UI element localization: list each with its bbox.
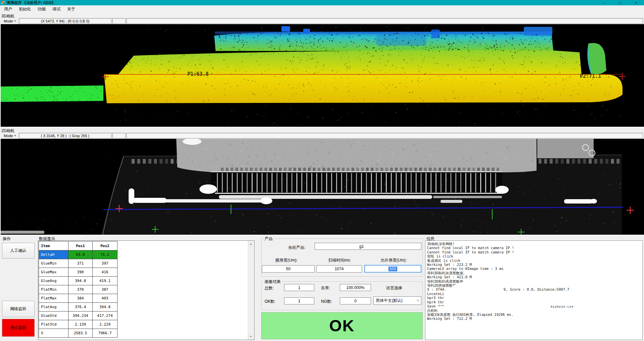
table-row-FlatMin[interactable]: FlatMin370387: [39, 285, 118, 294]
window-title: 测厚程序 【当前用户: OEM】: [7, 0, 55, 5]
table-cell-pos1: 384: [68, 294, 93, 303]
table-cell-pos1: 394.8: [68, 277, 93, 285]
mode-button-label: Mode: [4, 134, 13, 138]
chevron-down-icon: ▾: [14, 19, 16, 22]
data-table: ItemPos1Pos2DeltaH63.871.1GlueMin371397G…: [39, 241, 118, 338]
yield-input[interactable]: 100.000%: [340, 284, 371, 291]
table-cell-pos1: 63.8: [68, 250, 93, 259]
table-cell-pos1: 370: [68, 285, 93, 294]
frame-line: [0, 139, 1, 235]
table-cell-pos2: 417.274: [93, 311, 118, 320]
ok-count-input[interactable]: 1: [284, 297, 314, 304]
camera2d-toolbar-cell: [112, 133, 126, 138]
camera3d-toolbar: Mode ▾ (X 5473, Y 84) : (R 0,G 0,B 0): [0, 18, 644, 24]
scan-time-input[interactable]: 1074: [316, 265, 362, 273]
table-header-cell: Pos2: [93, 241, 118, 250]
table-row-FlatAvg[interactable]: FlatAvg376.4394.8: [39, 303, 118, 311]
camera2d-mode-button[interactable]: Mode ▾: [1, 133, 19, 138]
camera2d-viewport[interactable]: [0, 139, 644, 235]
table-cell-item: GlueMin: [39, 259, 68, 268]
table-cell-item: DeltaH: [39, 250, 68, 259]
camera3d-mode-button[interactable]: Mode ▾: [1, 18, 19, 24]
allow-thickness-input[interactable]: 500: [364, 265, 421, 273]
current-product-input[interactable]: g1: [315, 243, 421, 250]
table-cell-pos2: 394.8: [93, 303, 118, 311]
frame-line: [0, 235, 644, 235]
log-line-1: Cannot find local IF to match camera IP …: [427, 246, 641, 250]
app-icon: [1, 1, 5, 4]
language-select[interactable]: 简体中文(默认) ˅: [373, 296, 421, 305]
table-cell-item: X: [39, 329, 68, 338]
redaction-blob: [436, 306, 470, 310]
ng-count-input[interactable]: 0: [340, 297, 371, 304]
ng-count-label: NG数:: [321, 299, 332, 304]
camera2d-toolbar: Mode ▾ ( X 3145, Y 28 ) : ( Gray 255 ): [0, 133, 644, 139]
menu-item-1[interactable]: 初始化: [15, 5, 34, 13]
application-window: 测厚程序 【当前用户: OEM】 — ▢ ✕ 用户初始化功能调试关于 3D相机 …: [0, 0, 644, 341]
result-status-banner: OK: [261, 312, 423, 339]
table-cell-pos1: 390: [68, 268, 93, 277]
table-cell-item: FlatMin: [39, 285, 68, 294]
ok-count-label: OK数:: [265, 299, 276, 304]
table-cell-item: FlatStd: [39, 320, 68, 329]
window-controls: — ▢ ✕: [596, 1, 644, 5]
scroll-up-icon[interactable]: ▲: [248, 241, 254, 247]
table-cell-pos2: 2.229: [93, 320, 118, 329]
stop-listen-button[interactable]: 停止监听: [2, 319, 35, 337]
glow-blob: [495, 186, 509, 194]
manual-confirm-button[interactable]: 人工确认: [2, 243, 35, 259]
log-line-0: 3D相机没有网络!: [427, 242, 641, 246]
glue-streak: [134, 199, 265, 203]
total-input[interactable]: 1: [284, 284, 314, 291]
log-line-5: Working Set : 223.2 M: [427, 263, 641, 267]
frame-line: [0, 127, 644, 127]
pcb-tab: [537, 139, 594, 158]
mode-button-label: Mode: [4, 19, 13, 23]
menu-item-3[interactable]: 调试: [49, 5, 64, 13]
log-line-4: 集成调试 is click: [427, 259, 641, 263]
log-line-8: Working Set : 421.0 M: [427, 275, 641, 279]
film-thickness-label: 膜厚度(Um):: [259, 258, 314, 263]
pointcloud-slab: [104, 74, 623, 103]
table-row-GlueMax[interactable]: GlueMax390416: [39, 268, 118, 277]
title-bar[interactable]: 测厚程序 【当前用户: OEM】 — ▢ ✕: [0, 0, 644, 5]
menu-item-0[interactable]: 用户: [1, 5, 15, 13]
table-row-GlueAvg[interactable]: GlueAvg394.8419.1: [39, 277, 118, 285]
table-row-FlatStd[interactable]: FlatStd2.1392.229: [39, 320, 118, 329]
product-group-title: 产品: [263, 236, 274, 242]
camera3d-viewport[interactable]: P1:63.8 P2:71.1: [0, 24, 644, 127]
table-cell-item: GlueAvg: [39, 277, 68, 285]
table-cell-pos1: 371: [68, 259, 93, 268]
table-cell-item: GlueMax: [39, 268, 68, 277]
camera3d-toolbar-cell: [112, 18, 126, 24]
table-cell-pos1: 2.139: [68, 320, 93, 329]
select-chevron-icon: ˅: [415, 299, 421, 302]
table-row-DeltaH[interactable]: DeltaH63.871.1: [39, 250, 118, 259]
menu-item-2[interactable]: 功能: [34, 5, 49, 13]
scroll-down-icon[interactable]: ▼: [248, 334, 254, 339]
network-listen-button[interactable]: 网络监听: [2, 301, 35, 317]
camera2d-pixel-readout: ( X 3145, Y 28 ) : ( Gray 255 ): [19, 133, 111, 138]
camera3d-toolbar-fill: [126, 18, 643, 24]
table-cell-pos2: 419.1: [93, 277, 118, 285]
table-row-GlueMin[interactable]: GlueMin371397: [39, 259, 118, 268]
language-label: 语言选择: [386, 285, 402, 291]
table-row-FlatMax[interactable]: FlatMax384403: [39, 294, 118, 303]
2d-grayscale-render: [0, 139, 644, 235]
results-group-title: 测量结果: [263, 279, 282, 285]
table-cell-pos2: 71.1: [93, 250, 118, 259]
table-row-X[interactable]: X2583.57966.7: [39, 329, 118, 338]
table-row-GlueStd[interactable]: GlueStd394.234417.274: [39, 311, 118, 320]
maximize-icon[interactable]: ▢: [612, 1, 628, 5]
table-cell-item: FlatAvg: [39, 303, 68, 311]
close-icon[interactable]: ✕: [628, 1, 644, 5]
film-thickness-input[interactable]: 50: [262, 265, 315, 273]
p2-measure-label: P2:71.1: [580, 73, 601, 79]
table-cell-item: GlueStd: [39, 311, 68, 320]
current-product-label: 当前产品:: [288, 245, 305, 250]
log-line-18: Working Set : 712.2 M: [427, 317, 641, 321]
menu-item-4[interactable]: 关于: [64, 5, 79, 13]
minimize-icon[interactable]: —: [596, 1, 612, 5]
log-line-6: CameraLV array to HImage time : 3 ms: [427, 267, 641, 271]
table-scrollbar[interactable]: ▲ ▼: [248, 241, 254, 339]
